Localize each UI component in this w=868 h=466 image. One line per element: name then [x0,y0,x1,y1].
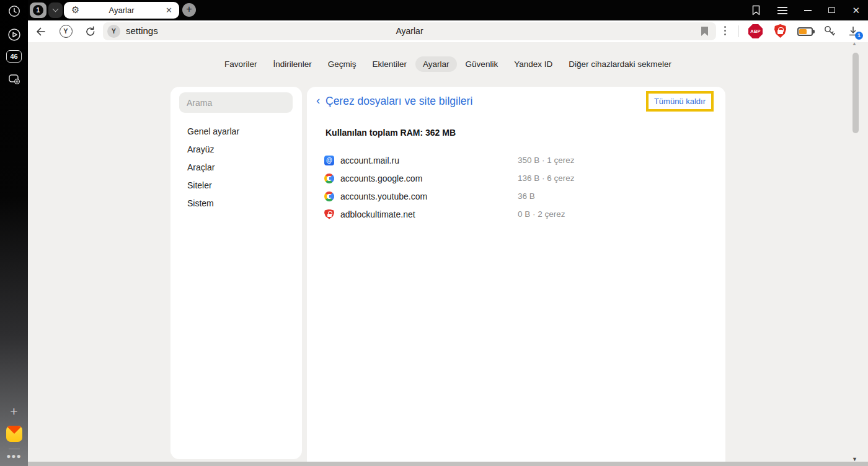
nav-tab[interactable]: Diğer cihazlardaki sekmeler [561,56,679,72]
cookie-site-row[interactable]: account.mail.ru 350 B · 1 çerez [307,151,725,169]
site-name: accounts.youtube.com [340,191,427,201]
site-name: adblockultimate.net [340,209,415,219]
site-cookie-info: 136 B · 6 çerez [518,174,575,183]
history-clock-icon[interactable] [0,4,28,18]
tab-close-icon[interactable]: ✕ [166,6,172,14]
cookie-site-row[interactable]: adblockultimate.net 0 B · 2 çerez [307,205,725,223]
download-count-badge: 1 [855,32,863,40]
chevron-down-icon [53,6,59,12]
back-chevron-icon[interactable]: ‹ [316,94,320,107]
settings-section-item[interactable]: Sistem [170,194,302,212]
cookie-site-list: account.mail.ru 350 B · 1 çerez accounts… [307,151,725,223]
cookie-site-row[interactable]: accounts.google.com 136 B · 6 çerez [307,169,725,187]
menu-icon[interactable] [777,10,787,11]
back-icon[interactable] [34,20,48,42]
settings-nav: Favoriler İndirilenler Geçmiş Eklentiler… [28,56,868,72]
site-name: account.mail.ru [340,156,399,165]
settings-page: Favoriler İndirilenler Geçmiş Eklentiler… [28,42,868,466]
horizontal-scrollbar[interactable] [28,462,868,466]
mailru-icon [324,156,334,165]
tab-title: Ayarlar [64,6,179,15]
settings-sidebar: Genel ayarlar Arayüz Araçlar Siteler Sis… [170,87,302,459]
yandex-home-icon[interactable]: Y [59,20,73,42]
site-name: accounts.google.com [340,174,422,183]
nav-tab[interactable]: Eklentiler [365,56,415,72]
yandex-mail-icon[interactable] [0,426,28,442]
nav-tab[interactable]: Yandex ID [507,56,560,72]
new-tab-button[interactable]: + [182,3,196,17]
side-rail: 46 + ●●● [0,0,28,466]
page-title: Ayarlar [103,26,716,36]
cookie-site-row[interactable]: accounts.youtube.com 36 B [307,187,725,205]
tab-group-count-badge: 1 [33,5,43,15]
tab-group-button[interactable]: 1 [30,2,46,18]
rail-more-icon[interactable]: ●●● [0,452,28,460]
passwords-key-icon[interactable] [823,24,836,38]
tabs-counter-badge[interactable]: 46 [0,50,28,63]
refresh-icon[interactable] [84,20,97,42]
settings-section-item[interactable]: Siteler [170,176,302,194]
add-panel-icon[interactable]: + [0,405,28,418]
toolbar: Y Y settings Ayarlar ABP 1 [0,20,868,42]
settings-section-item[interactable]: Genel ayarlar [170,122,302,140]
nav-tab[interactable]: Güvenlik [458,56,506,72]
cookies-title[interactable]: Çerez dosyaları ve site bilgileri [326,95,472,108]
google-icon [324,174,334,183]
tab-group-chevron-button[interactable] [48,2,63,18]
toolbar-divider [738,25,739,37]
search-input[interactable] [179,92,293,113]
browser-window: 1 ⚙ Ayarlar ✕ + ✕ Y [0,0,868,466]
settings-search[interactable] [179,92,293,113]
bookmarks-panel-icon[interactable] [751,5,761,15]
site-cookie-info: 36 B [518,191,535,201]
screenshot-camera-icon[interactable] [0,72,28,87]
google-icon [324,191,334,201]
address-bar[interactable]: Y settings Ayarlar [103,22,716,40]
nav-tab[interactable]: Ayarlar [415,56,457,72]
remove-all-button[interactable]: Tümünü kaldır [646,91,714,112]
tab-ayarlar[interactable]: ⚙ Ayarlar ✕ [64,2,179,19]
settings-sections: Genel ayarlar Arayüz Araçlar Siteler Sis… [170,122,302,212]
nav-tab[interactable]: Geçmiş [321,56,364,72]
nav-tab[interactable]: İndirilenler [266,56,319,72]
minimize-icon[interactable] [804,10,812,11]
restore-window-icon[interactable] [828,7,835,13]
site-cookie-info: 350 B · 1 çerez [518,156,575,165]
settings-section-item[interactable]: Araçlar [170,158,302,176]
downloads-icon[interactable]: 1 [847,25,861,38]
adblock-plus-icon[interactable]: ABP [748,24,763,38]
protect-shield-icon[interactable] [774,24,786,38]
rail-divider [0,449,28,449]
settings-section-item[interactable]: Arayüz [170,140,302,158]
site-cookie-info: 0 B · 2 çerez [518,209,565,219]
ram-total-label: Kullanılan toplam RAM: 362 MB [326,128,456,138]
scrollbar-up-icon[interactable]: ▲ [852,41,857,46]
tab-strip: 1 ⚙ Ayarlar ✕ + ✕ [0,0,868,20]
cookies-panel: ‹ Çerez dosyaları ve site bilgileri Tümü… [307,87,725,466]
vertical-scrollbar-thumb[interactable] [852,53,859,133]
close-window-icon[interactable]: ✕ [852,6,860,15]
battery-saver-icon[interactable] [797,27,813,36]
more-options-icon[interactable] [724,26,727,37]
play-icon[interactable] [0,27,28,42]
adblockultimate-icon [324,209,334,219]
nav-tab[interactable]: Favoriler [217,56,265,72]
